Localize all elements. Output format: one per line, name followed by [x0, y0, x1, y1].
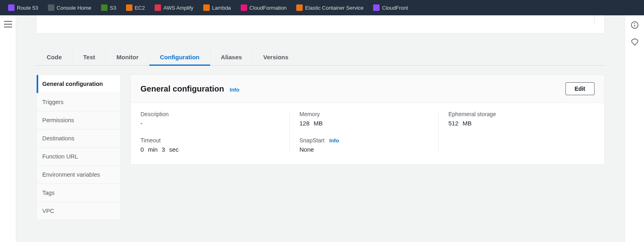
- field-label: Timeout: [140, 137, 289, 144]
- nav-toggle-icon[interactable]: [4, 21, 12, 27]
- route53-icon: [8, 4, 14, 11]
- tab-label: Configuration: [160, 54, 199, 60]
- side-nav-destinations[interactable]: Destinations: [37, 129, 120, 148]
- service-label: Route 53: [17, 5, 38, 11]
- ec2-icon: [126, 4, 132, 11]
- configuration-side-nav: General configuration Triggers Permissio…: [36, 75, 121, 220]
- function-overview-panel-stub: [36, 15, 605, 33]
- side-nav-vpc[interactable]: VPC: [37, 202, 120, 220]
- side-nav-environment-variables[interactable]: Environment variables: [37, 166, 120, 184]
- snapstart-label-text: SnapStart: [299, 137, 324, 144]
- side-nav-general-configuration[interactable]: General configuration: [37, 75, 120, 93]
- tab-configuration[interactable]: Configuration: [149, 49, 210, 65]
- tab-label: Versions: [263, 54, 289, 60]
- console-home-icon: [48, 4, 54, 11]
- field-memory: Memory 128 MB: [299, 111, 438, 127]
- field-snapstart: SnapStart Info None: [299, 137, 438, 153]
- right-rail: [625, 15, 644, 242]
- tab-label: Code: [47, 54, 62, 60]
- left-rail: [0, 15, 16, 242]
- service-label: AWS Amplify: [163, 5, 194, 11]
- field-description: Description -: [140, 111, 289, 127]
- svg-point-2: [634, 23, 635, 24]
- service-label: Console Home: [57, 5, 91, 11]
- tab-code[interactable]: Code: [36, 49, 73, 65]
- svg-marker-3: [632, 39, 638, 46]
- service-link-s3[interactable]: S3: [97, 3, 120, 13]
- cloudformation-icon: [241, 4, 247, 11]
- field-label: SnapStart Info: [299, 137, 438, 144]
- side-nav-tags[interactable]: Tags: [37, 184, 120, 202]
- service-link-ecs[interactable]: Elastic Container Service: [292, 3, 367, 13]
- field-ephemeral-storage: Ephemeral storage 512 MB: [448, 111, 594, 127]
- field-value: 0 min 3 sec: [140, 146, 289, 153]
- service-link-amplify[interactable]: AWS Amplify: [151, 3, 198, 13]
- service-label: Lambda: [212, 5, 231, 11]
- panel-info-link[interactable]: Info: [230, 87, 239, 93]
- info-icon[interactable]: [631, 21, 639, 29]
- field-label: Ephemeral storage: [448, 111, 594, 117]
- service-link-route53[interactable]: Route 53: [4, 3, 42, 13]
- service-label: S3: [110, 5, 116, 11]
- function-tabs: Code Test Monitor Configuration Aliases …: [36, 49, 605, 66]
- service-link-console-home[interactable]: Console Home: [44, 3, 95, 13]
- tab-label: Monitor: [116, 54, 138, 60]
- side-nav-function-url[interactable]: Function URL: [37, 148, 120, 166]
- general-configuration-panel: General configuration Info Edit Descript…: [130, 75, 605, 165]
- tab-label: Test: [83, 54, 95, 60]
- field-label: Description: [140, 111, 289, 117]
- service-link-lambda[interactable]: Lambda: [199, 3, 235, 13]
- tab-versions[interactable]: Versions: [253, 49, 299, 65]
- field-value: -: [140, 120, 289, 127]
- panel-title: General configuration: [140, 84, 224, 94]
- field-value: 512 MB: [448, 120, 594, 127]
- snapstart-info-link[interactable]: Info: [329, 138, 339, 144]
- service-link-ec2[interactable]: EC2: [122, 3, 149, 13]
- service-link-cloudfront[interactable]: CloudFront: [369, 3, 412, 13]
- service-label: EC2: [135, 5, 145, 11]
- field-timeout: Timeout 0 min 3 sec: [140, 137, 289, 153]
- service-shortcut-bar: Route 53 Console Home S3 EC2 AWS Amplify…: [0, 0, 644, 15]
- tab-label: Aliases: [221, 54, 242, 60]
- lambda-icon: [203, 4, 210, 11]
- tab-aliases[interactable]: Aliases: [211, 49, 253, 65]
- s3-icon: [101, 4, 107, 11]
- service-label: CloudFormation: [250, 5, 287, 11]
- side-nav-triggers[interactable]: Triggers: [37, 93, 120, 111]
- side-nav-permissions[interactable]: Permissions: [37, 111, 120, 129]
- edit-button[interactable]: Edit: [566, 82, 594, 95]
- field-value: None: [299, 146, 438, 153]
- field-value: 128 MB: [299, 120, 438, 127]
- tab-test[interactable]: Test: [73, 49, 106, 65]
- tab-monitor[interactable]: Monitor: [106, 49, 149, 65]
- service-label: Elastic Container Service: [305, 5, 363, 11]
- shield-icon[interactable]: [631, 38, 639, 46]
- cloudfront-icon: [373, 4, 380, 11]
- service-link-cloudformation[interactable]: CloudFormation: [237, 3, 291, 13]
- ecs-icon: [296, 4, 303, 11]
- service-label: CloudFront: [382, 5, 408, 11]
- amplify-icon: [155, 4, 161, 11]
- field-label: Memory: [299, 111, 438, 117]
